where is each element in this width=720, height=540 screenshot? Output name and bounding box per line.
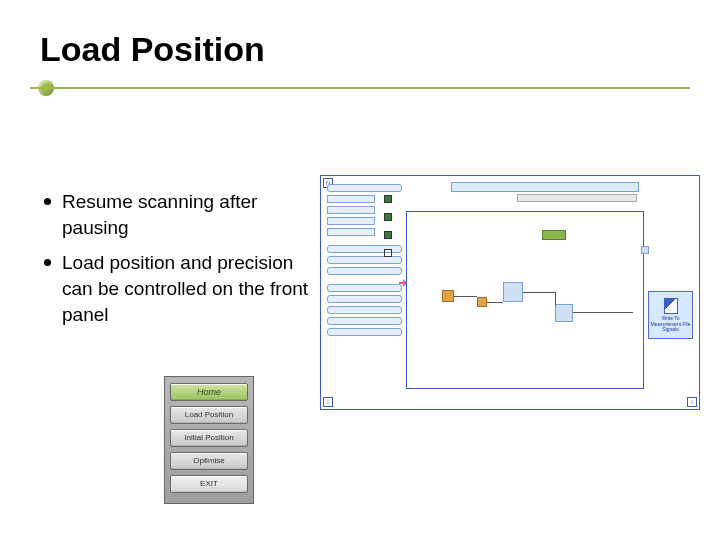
terminal-chip xyxy=(327,217,375,225)
terminal-chip xyxy=(327,206,375,214)
page-title: Load Position xyxy=(40,30,680,69)
terminal-chip xyxy=(327,295,402,303)
subvi-node xyxy=(555,304,573,322)
terminal-chip xyxy=(327,267,402,275)
loop-iteration-icon: i xyxy=(323,397,333,407)
title-rule xyxy=(40,79,680,99)
subvi-node xyxy=(503,282,523,302)
case-label-bar xyxy=(517,194,637,202)
home-button[interactable]: Home xyxy=(170,383,248,401)
list-item: Load position and precision can be contr… xyxy=(40,250,320,327)
slide: Load Position Resume scanning after paus… xyxy=(0,0,720,540)
tunnel-icon xyxy=(641,246,649,254)
terminal-chip xyxy=(327,306,402,314)
resume-node xyxy=(542,230,566,240)
numeric-node xyxy=(477,297,487,307)
optimise-button[interactable]: Optimise xyxy=(170,452,248,470)
bool-box xyxy=(384,231,392,239)
terminal-chip xyxy=(327,317,402,325)
loop-index-icon: i xyxy=(687,397,697,407)
front-panel: Home Load Position Initial Position Opti… xyxy=(164,376,254,504)
exit-button[interactable]: EXIT xyxy=(170,475,248,493)
case-selector-bar xyxy=(451,182,639,192)
list-item: Resume scanning after pausing xyxy=(40,189,320,240)
diagram-inner-frame xyxy=(406,211,644,389)
boolean-terminals xyxy=(384,191,392,263)
block-diagram: N i xyxy=(320,175,700,410)
file-icon xyxy=(664,298,678,314)
bool-box xyxy=(384,195,392,203)
bool-box xyxy=(384,213,392,221)
write-to-file-node: Write To Measurement File Signals xyxy=(648,291,693,339)
terminal-chip xyxy=(327,284,402,292)
bullet-list: Resume scanning after pausing Load posit… xyxy=(40,189,320,337)
write-node-label: Write To Measurement File Signals xyxy=(650,315,690,332)
diagram-outer-frame: N i xyxy=(320,175,700,410)
terminal-chip xyxy=(327,328,402,336)
rule-line xyxy=(30,87,690,89)
initial-position-button[interactable]: Initial Position xyxy=(170,429,248,447)
bool-box xyxy=(384,249,392,257)
terminal-chip xyxy=(327,228,375,236)
numeric-node xyxy=(442,290,454,302)
terminal-chip xyxy=(327,195,375,203)
load-position-button[interactable]: Load Position xyxy=(170,406,248,424)
